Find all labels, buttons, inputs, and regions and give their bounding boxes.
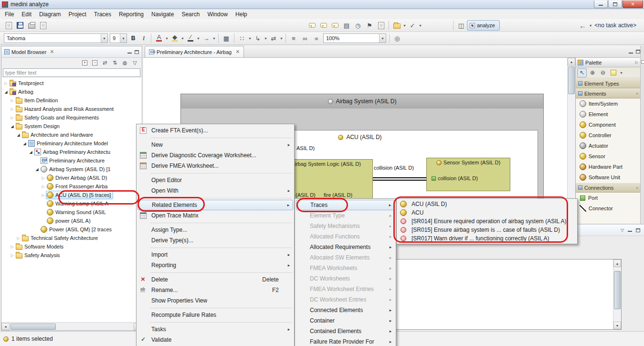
collapse-drawer-icon[interactable]: ◃ — [636, 185, 638, 190]
perspective-icon[interactable]: ◫ — [456, 20, 466, 31]
tree-item-power-asil-a[interactable]: power (ASIL A) — [1, 216, 142, 225]
active-task-label[interactable]: <no task active> — [595, 22, 636, 29]
collapse-all-icon[interactable]: − — [90, 59, 99, 67]
tree-item-acu-asil-d-5-traces[interactable]: ▷ACU (ASIL D) [5 traces] — [1, 191, 142, 199]
back-dropdown-icon[interactable]: ▼ — [589, 24, 593, 27]
menu-item-contained-elements[interactable]: Contained Elements▸ — [296, 326, 395, 336]
grid-snap-dropdown-icon[interactable]: ▼ — [248, 37, 252, 40]
tree-item-front-passenger-airba[interactable]: ▷Front Passenger Airba — [1, 182, 142, 191]
menu-item-show-properties-view[interactable]: Show Properties View — [137, 295, 293, 306]
maximize-window-button[interactable] — [608, 0, 622, 8]
fill-color-icon[interactable]: ◆ — [169, 33, 180, 43]
menu-traces[interactable]: Traces — [90, 10, 115, 19]
zoom-in-tool[interactable]: ⊕ — [588, 68, 597, 77]
collapse-arrow-icon[interactable]: ◢ — [28, 150, 33, 154]
font-color-icon[interactable]: A — [154, 33, 164, 43]
tree-item-safety-goals-and-requirements[interactable]: ▷Safety Goals and Requirements — [1, 113, 142, 122]
back-navigation-icon[interactable]: ← — [578, 20, 588, 31]
menu-window[interactable]: Window — [203, 10, 232, 19]
palette-item-sensor[interactable]: Sensor — [576, 151, 640, 162]
expand-all-icon[interactable]: + — [80, 59, 89, 67]
zoom-out-tool[interactable]: ⊖ — [598, 68, 608, 77]
palette-header[interactable]: Palette ▷ — [576, 58, 640, 67]
expand-arrow-icon[interactable]: ▷ — [10, 98, 15, 103]
close-view-icon[interactable]: ✕ — [50, 49, 54, 55]
maximize-view-icon[interactable] — [135, 50, 139, 54]
menu-item-rename[interactable]: Rename...F2 — [137, 285, 293, 295]
collapse-palette-icon[interactable]: ▷ — [635, 60, 638, 65]
model-browser-tab[interactable]: Model Browser ✕ — [1, 46, 142, 58]
connection-dropdown-icon[interactable]: ▼ — [279, 37, 284, 40]
palette-item-controller[interactable]: Controller — [576, 130, 640, 141]
menu-item-acu-asil-d[interactable]: ACU (ASIL D) — [398, 200, 576, 208]
menu-edit[interactable]: Edit — [18, 10, 35, 19]
link-icon[interactable]: ∞ — [300, 33, 310, 43]
font-color-dropdown-icon[interactable]: ▼ — [165, 37, 169, 40]
grid-snap-icon[interactable]: ∷ — [237, 33, 247, 43]
bold-button[interactable]: B — [128, 33, 138, 43]
minimize-window-button[interactable] — [594, 0, 608, 8]
menu-item-assign-type[interactable]: Assign Type... — [137, 225, 293, 235]
notes-icon[interactable]: ▤ — [341, 20, 352, 31]
link-with-editor-icon[interactable]: ⇄ — [100, 59, 109, 67]
expand-arrow-icon[interactable]: ▷ — [41, 184, 46, 189]
menu-diagram[interactable]: Diagram — [35, 10, 64, 19]
scroll-thumb[interactable] — [614, 271, 621, 309]
menu-reporting[interactable]: Reporting — [115, 10, 148, 19]
expand-arrow-icon[interactable]: ▷ — [41, 193, 46, 197]
tree-item-warning-sound-asil[interactable]: Warning Sound (ASIL — [1, 208, 142, 216]
expand-arrow-icon[interactable]: ▷ — [10, 253, 15, 258]
close-window-button[interactable]: × — [623, 0, 643, 8]
menu-item-delete[interactable]: DeleteDelete — [137, 274, 293, 285]
connection-style-icon[interactable]: ⇄ — [268, 33, 279, 43]
collapse-arrow-icon[interactable]: ◢ — [10, 124, 15, 129]
bookmark-icon[interactable]: ⚑ — [364, 20, 375, 31]
note-tool-dropdown-icon[interactable]: ▼ — [619, 71, 623, 75]
collapse-arrow-icon[interactable]: ◢ — [22, 141, 27, 146]
scroll-up-icon[interactable]: ▲ — [568, 58, 575, 65]
routing-dropdown-icon[interactable]: ▼ — [264, 37, 268, 40]
expand-arrow-icon[interactable]: ▷ — [10, 245, 15, 249]
scroll-down-icon[interactable]: ▼ — [613, 322, 621, 329]
new-model-icon[interactable] — [3, 20, 14, 31]
collapse-arrow-icon[interactable]: ◢ — [16, 133, 21, 137]
menu-item-derive-type-s[interactable]: Derive Type(s)... — [137, 235, 293, 246]
select-all-icon[interactable]: ◎ — [392, 33, 402, 43]
tree-item-preliminary-architecture-model[interactable]: ◢Preliminary Architecture Model — [1, 139, 142, 148]
tree-item-software-models[interactable]: ▷Software Models — [1, 242, 142, 251]
print-icon[interactable] — [26, 20, 37, 31]
maximize-editor-icon[interactable] — [636, 50, 640, 54]
table-style-icon[interactable]: ▦ — [221, 33, 232, 43]
line-color-icon[interactable]: ∕ — [185, 33, 196, 43]
tree-item-technical-safety-architecture[interactable]: ▷Technical Safety Architecture — [1, 234, 142, 242]
palette-item-port[interactable]: Port — [576, 193, 640, 203]
customize-view-icon[interactable]: ◍ — [120, 59, 129, 67]
scroll-thumb[interactable] — [11, 324, 56, 330]
collapse-drawer-icon[interactable]: ◃ — [636, 91, 638, 96]
menu-item-tasks[interactable]: Tasks▸ — [137, 324, 293, 335]
note-tool[interactable] — [609, 68, 618, 77]
font-size-select[interactable]: 9▼ — [110, 33, 127, 43]
comment-icon[interactable] — [307, 20, 317, 31]
unlink-icon[interactable]: ∝ — [311, 33, 322, 43]
palette-item-hardware-part[interactable]: Hardware Part — [576, 162, 640, 172]
align-icon[interactable]: ≡ — [288, 33, 299, 43]
menu-search[interactable]: Search — [178, 10, 203, 19]
minimize-editor-icon[interactable] — [629, 50, 633, 54]
collapse-arrow-icon[interactable]: ◢ — [3, 90, 9, 94]
report-icon[interactable] — [376, 20, 386, 31]
scroll-up-icon[interactable]: ▲ — [613, 260, 621, 267]
maximize-view-icon[interactable] — [636, 228, 640, 232]
menu-item-connected-elements[interactable]: Connected Elements▸ — [296, 305, 395, 315]
expand-arrow-icon[interactable]: ▷ — [16, 236, 21, 240]
arrow-style-icon[interactable]: → — [201, 33, 211, 43]
collapse-arrow-icon[interactable]: ◢ — [34, 167, 40, 172]
zoom-select[interactable]: 100%▼ — [323, 33, 386, 43]
menu-item-create-fta-event-s[interactable]: Create FTA Event(s)... — [137, 125, 293, 136]
menu-item-open-editor[interactable]: Open Editor — [137, 175, 293, 185]
tree-item-architecture-and-hardware[interactable]: ◢Architecture and Hardware — [1, 130, 142, 139]
tree-item-driver-airbag-asil-d[interactable]: ▷Driver Airbag (ASIL D) — [1, 173, 142, 182]
expand-arrow-icon[interactable]: ▷ — [3, 81, 9, 86]
menu-item-open-trace-matrix[interactable]: Open Trace Matrix — [137, 210, 293, 221]
menu-navigate[interactable]: Navigate — [148, 10, 178, 19]
